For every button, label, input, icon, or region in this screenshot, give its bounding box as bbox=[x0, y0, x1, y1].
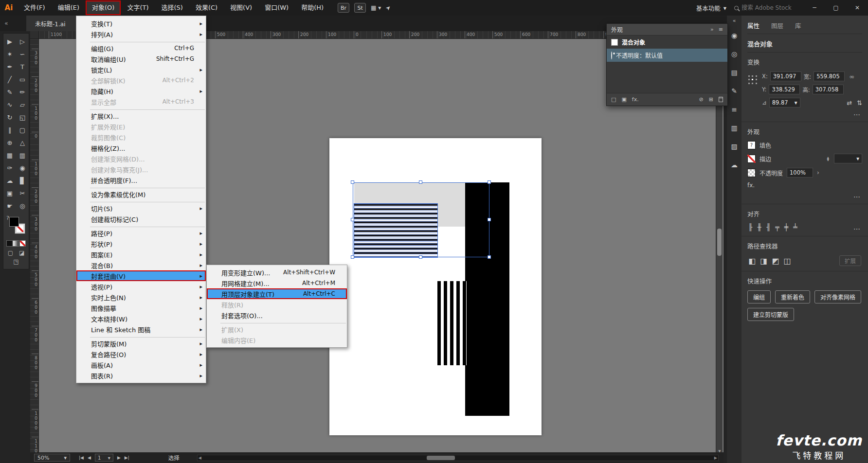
vertical-stripes-shape[interactable] bbox=[437, 281, 467, 365]
search-input[interactable] bbox=[741, 4, 800, 11]
share-icon[interactable]: ➤ bbox=[384, 3, 393, 12]
menu-object[interactable]: 对象(O) bbox=[86, 0, 121, 15]
object-menu-graph[interactable]: 图表(R) bbox=[76, 370, 206, 381]
envelope-release[interactable]: 释放(R) bbox=[207, 299, 347, 310]
object-menu-expand[interactable]: 扩展(X)... bbox=[76, 110, 206, 121]
symbol-sprayer-tool[interactable]: ☁ bbox=[3, 174, 16, 187]
pathfinder-exclude-icon[interactable]: ◫ bbox=[783, 256, 791, 266]
clear-appearance-icon[interactable]: ⊘ bbox=[699, 96, 704, 103]
selection-handle-n[interactable] bbox=[419, 180, 422, 184]
fill-color-swatch[interactable]: ? bbox=[747, 141, 756, 149]
object-menu-rasterize[interactable]: 栅格化(Z)... bbox=[76, 142, 206, 153]
pen-tool[interactable]: ✒ bbox=[3, 60, 16, 73]
workspace-switcher[interactable]: 基本功能▾ bbox=[696, 3, 726, 13]
pathfinder-minus-front-icon[interactable]: ◨ bbox=[760, 256, 767, 266]
next-artboard-icon[interactable]: ▶ bbox=[117, 455, 121, 460]
scale-tool[interactable]: ◱ bbox=[16, 111, 29, 124]
maximize-button[interactable]: ▢ bbox=[829, 4, 843, 11]
ruler-corner[interactable] bbox=[30, 31, 39, 39]
align-more-options[interactable]: … bbox=[853, 223, 861, 231]
envelope-make-with-top-object[interactable]: 用顶层对象建立(T) Alt+Ctrl+C bbox=[207, 288, 347, 299]
panel-menu-icon[interactable]: ≡ bbox=[719, 26, 723, 33]
object-menu-blend[interactable]: 混合(B) bbox=[76, 260, 206, 270]
object-menu-compound-path[interactable]: 复合路径(O) bbox=[76, 349, 206, 359]
add-new-fill-icon[interactable]: ▣ bbox=[621, 96, 626, 103]
blend-tool[interactable]: ◉ bbox=[16, 161, 29, 174]
stock-search[interactable] bbox=[734, 4, 800, 11]
bridge-button[interactable]: Br bbox=[338, 3, 349, 13]
object-menu-path[interactable]: 路径(P) bbox=[76, 228, 206, 238]
arrange-documents-icon[interactable]: ▦ ▾ bbox=[371, 4, 381, 11]
group-button[interactable]: 编组 bbox=[747, 290, 771, 303]
object-menu-arrange[interactable]: 排列(A) bbox=[76, 29, 206, 39]
eraser-tool[interactable]: ▱ bbox=[16, 98, 29, 111]
canvas-horizontal-scrollbar[interactable]: ◀ ▶ bbox=[197, 455, 719, 461]
expand-dock-icon[interactable]: « bbox=[727, 16, 741, 26]
align-bottom-icon[interactable]: ╧ bbox=[793, 223, 797, 231]
menu-type[interactable]: 文字(T) bbox=[121, 0, 155, 15]
envelope-edit-contents[interactable]: 编辑内容(E) bbox=[207, 335, 347, 345]
selection-handle-nw[interactable] bbox=[351, 180, 354, 184]
close-button[interactable]: ✕ bbox=[850, 4, 864, 11]
object-menu-create-object-mosaic[interactable]: 创建对象马赛克(J)... bbox=[76, 164, 206, 175]
stroke-panel-icon[interactable]: ≡ bbox=[727, 100, 741, 119]
object-menu-envelope-distort[interactable]: 封套扭曲(V) bbox=[76, 270, 206, 281]
shaper-tool[interactable]: ∿ bbox=[3, 98, 16, 111]
none-mode-button[interactable] bbox=[19, 240, 26, 247]
make-clipping-mask-button[interactable]: 建立剪切蒙版 bbox=[747, 308, 794, 321]
line-segment-tool[interactable]: ╱ bbox=[3, 73, 16, 86]
selection-handle-s[interactable] bbox=[419, 255, 422, 259]
menu-effect[interactable]: 效果(C) bbox=[189, 0, 224, 15]
object-menu-show-all[interactable]: 显示全部 Alt+Ctrl+3 bbox=[76, 96, 206, 107]
scroll-left-icon[interactable]: ◀ bbox=[199, 456, 201, 460]
object-menu-hide[interactable]: 隐藏(H) bbox=[76, 86, 206, 96]
align-left-icon[interactable]: ╟ bbox=[748, 223, 752, 231]
object-menu-pattern[interactable]: 图案(E) bbox=[76, 249, 206, 260]
zoom-level-select[interactable]: 50%▾ bbox=[34, 454, 70, 462]
selection-handle-ne[interactable] bbox=[488, 180, 491, 184]
scroll-right-icon[interactable]: ▶ bbox=[714, 456, 717, 460]
draw-normal-icon[interactable]: ▢ bbox=[8, 249, 13, 256]
artboard-number-select[interactable]: 1▾ bbox=[95, 454, 113, 462]
stock-button[interactable]: St bbox=[354, 3, 366, 13]
visibility-eye-icon[interactable] bbox=[611, 52, 612, 59]
object-menu-create-gradient-mesh[interactable]: 创建渐变网格(D)... bbox=[76, 153, 206, 164]
appearance-panel-titlebar[interactable]: 外观 » ≡ bbox=[607, 24, 727, 36]
width-tool[interactable]: ∥ bbox=[3, 124, 16, 136]
direct-selection-tool[interactable]: ▷ bbox=[16, 35, 29, 48]
slice-tool[interactable]: ✂ bbox=[16, 187, 29, 199]
flip-horizontal-icon[interactable]: ⇄ bbox=[847, 99, 852, 107]
object-menu-line-sketch[interactable]: Line 和 Sketch 图稿 bbox=[76, 324, 206, 335]
object-menu-text-wrap[interactable]: 文本绕排(W) bbox=[76, 313, 206, 324]
gradient-panel-icon[interactable]: ▥ bbox=[727, 119, 741, 137]
collapse-panel-icon[interactable]: » bbox=[710, 26, 714, 33]
align-center-horizontal-icon[interactable]: ╫ bbox=[757, 223, 761, 231]
lasso-tool[interactable]: ∽ bbox=[16, 48, 29, 60]
brushes-panel-icon[interactable]: ✎ bbox=[727, 82, 741, 100]
object-menu-expand-appearance[interactable]: 扩展外观(E) bbox=[76, 121, 206, 132]
first-artboard-icon[interactable]: |◀ bbox=[79, 455, 84, 460]
transparency-panel-icon[interactable]: ▨ bbox=[727, 137, 741, 156]
tab-properties[interactable]: 属性 bbox=[747, 21, 760, 30]
tab-libraries[interactable]: 库 bbox=[795, 21, 801, 30]
object-menu-make-pixel-perfect[interactable]: 设为像素级优化(M) bbox=[76, 189, 206, 199]
selection-handle-w[interactable] bbox=[351, 218, 354, 221]
stroke-color-swatch[interactable] bbox=[747, 155, 756, 163]
recolor-button[interactable]: 重新着色 bbox=[775, 290, 810, 303]
shape-builder-tool[interactable]: ⊕ bbox=[3, 136, 16, 149]
eyedropper-tool[interactable]: ✑ bbox=[3, 161, 16, 174]
color-mode-button[interactable] bbox=[6, 240, 13, 247]
selection-handle-se[interactable] bbox=[488, 255, 491, 259]
opacity-options-icon[interactable]: › bbox=[817, 169, 819, 176]
pathfinder-intersect-icon[interactable]: ◩ bbox=[772, 256, 779, 266]
fx-button[interactable]: fx. bbox=[747, 182, 755, 189]
align-right-icon[interactable]: ╢ bbox=[766, 223, 770, 231]
symbols-panel-icon[interactable]: ☁ bbox=[727, 156, 741, 174]
previous-artboard-icon[interactable]: ◀ bbox=[88, 455, 91, 460]
fill-stroke-indicator[interactable]: ? bbox=[5, 215, 27, 238]
last-artboard-icon[interactable]: ▶| bbox=[125, 455, 129, 460]
object-menu-perspective[interactable]: 透视(P) bbox=[76, 281, 206, 292]
tab-layers[interactable]: 图层 bbox=[771, 21, 783, 30]
object-menu-unlock-all[interactable]: 全部解锁(K) Alt+Ctrl+2 bbox=[76, 75, 206, 86]
swatches-panel-icon[interactable]: ▤ bbox=[727, 63, 741, 82]
